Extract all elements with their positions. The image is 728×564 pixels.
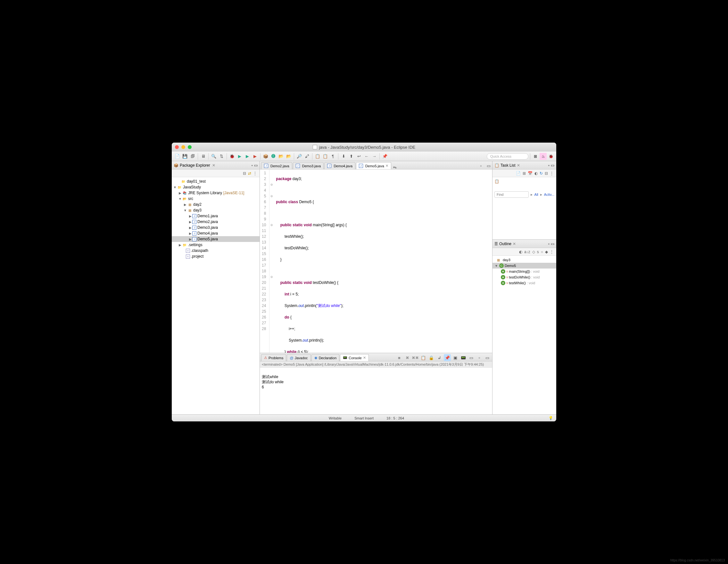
toggle-mark-button[interactable]: 📋 (314, 153, 321, 160)
min-tasklist-icon[interactable]: ▫ (548, 163, 550, 168)
outline-menu-icon[interactable]: ⋮ (550, 250, 554, 254)
maximize-editor-icon[interactable]: ▭ (485, 162, 492, 169)
tree-project-javastudy[interactable]: ▼📁JavaStudy (172, 184, 260, 190)
tab-demo2[interactable]: JDemo2.java (261, 162, 292, 169)
tree-file-demo5[interactable]: ▶JDemo5.java (172, 236, 260, 242)
max-console-icon[interactable]: ▭ (484, 354, 491, 361)
highlight-button[interactable]: 🖍 (303, 153, 310, 160)
tree-settings-folder[interactable]: ▶📁.settings (172, 242, 260, 248)
outline-testdowhile[interactable]: ●StestDoWhile() : void (492, 274, 556, 280)
minimize-window-button[interactable] (181, 145, 185, 149)
console-output[interactable]: 测试while测试do while6 (260, 368, 492, 414)
maximize-view-icon[interactable]: ▭ (254, 163, 258, 168)
max-outline-icon[interactable]: ▭ (551, 242, 554, 246)
maximize-window-button[interactable] (188, 145, 192, 149)
terminate-button[interactable]: ■ (396, 354, 403, 361)
min-outline-icon[interactable]: ▫ (548, 242, 550, 246)
package-explorer-tree[interactable]: 📁day01_test ▼📁JavaStudy ▶📚JRE System Lib… (172, 177, 260, 414)
hide-fields-icon[interactable]: ◇ (532, 250, 535, 254)
scroll-lock-button[interactable]: 🔒 (428, 354, 435, 361)
tree-jre-library[interactable]: ▶📚JRE System Library[JavaSE-11] (172, 190, 260, 196)
focus-outline-icon[interactable]: ◐ (519, 250, 522, 254)
forward-button[interactable]: → (371, 153, 378, 160)
fold-gutter[interactable]: ⊖ ⊖ ⊖ ⊖ (269, 170, 274, 353)
prev-annotation-button[interactable]: ⬆ (348, 153, 355, 160)
tab-console[interactable]: 📟Console✕ (340, 354, 368, 361)
tree-file-demo2[interactable]: ▶JDemo2.java (172, 219, 260, 225)
schedule-icon[interactable]: 📅 (528, 171, 533, 176)
collapse-icon[interactable]: ⊟ (545, 171, 548, 176)
tab-demo3[interactable]: JDemo3.java (293, 162, 324, 169)
close-tasklist-icon[interactable]: ✕ (517, 163, 520, 168)
code-editor[interactable]: 1234567891011121314151617181920212223242… (260, 170, 492, 353)
close-tab-icon[interactable]: ✕ (385, 164, 388, 168)
toggle-button[interactable]: ⇅ (218, 153, 225, 160)
remove-all-button[interactable]: ✖✖ (412, 354, 419, 361)
show-whitespace-button[interactable]: ¶ (329, 153, 336, 160)
outline-main[interactable]: ●Smain(String[]) : void (492, 269, 556, 274)
tip-icon[interactable]: 💡 (549, 416, 553, 420)
link-editor-icon[interactable]: ⇄ (248, 171, 251, 176)
tab-declaration[interactable]: ◉Declaration (311, 354, 340, 361)
tab-demo5[interactable]: JDemo5.java✕ (356, 162, 391, 169)
open-task-button[interactable]: 📂 (285, 153, 292, 160)
last-edit-button[interactable]: ↩ (355, 153, 362, 160)
tab-demo4[interactable]: JDemo4.java (324, 162, 355, 169)
open-type-button[interactable]: 📂 (277, 153, 285, 160)
tree-pkg-day2[interactable]: ▶▦day2 (172, 202, 260, 207)
tab-overflow-button[interactable]: »₁ (393, 165, 396, 169)
code-content[interactable]: package day3; public class Demo5 { publi… (274, 170, 492, 353)
pin-console-button[interactable]: 📌 (444, 354, 451, 361)
menu-icon[interactable]: ⋮ (550, 171, 554, 176)
outline-class[interactable]: ▼CDemo5 (492, 263, 556, 269)
open-console-button[interactable]: 📟 (460, 354, 467, 361)
sync-icon[interactable]: ↻ (540, 171, 543, 176)
tree-project-file[interactable]: X.project (172, 253, 260, 259)
close-outline-icon[interactable]: ✕ (513, 242, 516, 246)
coverage-button[interactable]: ▶ (244, 153, 251, 160)
debug-perspective-button[interactable]: 🐞 (547, 153, 554, 160)
save-button[interactable]: 💾 (181, 153, 188, 160)
task-find-input[interactable] (494, 191, 529, 198)
close-console-icon[interactable]: ✕ (363, 356, 366, 360)
save-all-button[interactable]: 🗐 (189, 153, 196, 160)
focus-icon[interactable]: ◐ (534, 171, 538, 176)
view-menu-icon[interactable]: ⋮ (253, 171, 257, 176)
switch-editor-button[interactable]: 🖥 (200, 153, 207, 160)
toggle-block-button[interactable]: 📋 (322, 153, 329, 160)
outline-tree[interactable]: ▦day3 ▼CDemo5 ●Smain(String[]) : void ●S… (492, 256, 556, 414)
search-button[interactable]: 🔎 (296, 153, 303, 160)
sort-outline-icon[interactable]: a↓z (524, 250, 530, 254)
display-console-button[interactable]: ▣ (452, 354, 459, 361)
categorize-icon[interactable]: ⊞ (523, 171, 526, 176)
tree-pkg-day3[interactable]: ▼▦day3 (172, 207, 260, 213)
outline-package[interactable]: ▦day3 (492, 257, 556, 263)
minimize-editor-icon[interactable]: ▫ (477, 162, 484, 169)
minimize-view-icon[interactable]: ▫ (252, 163, 253, 168)
collapse-all-icon[interactable]: ⊟ (243, 171, 246, 176)
open-perspective-button[interactable]: ⊞ (532, 153, 539, 160)
zoom-button[interactable]: 🔍 (210, 153, 217, 160)
hide-nonpublic-icon[interactable]: ○ (541, 250, 543, 254)
tree-project-day01[interactable]: 📁day01_test (172, 178, 260, 184)
debug-button[interactable]: 🐞 (228, 153, 236, 160)
hide-static-icon[interactable]: s (537, 250, 539, 254)
word-wrap-button[interactable]: ↲ (436, 354, 443, 361)
java-perspective-button[interactable]: ♨ (540, 153, 547, 160)
run-button[interactable]: ▶ (236, 153, 243, 160)
new-button[interactable]: 📄 (174, 153, 181, 160)
pin-button[interactable]: 📌 (381, 153, 388, 160)
close-view-icon[interactable]: ✕ (212, 163, 215, 168)
new-class-button[interactable]: 🅒 (270, 153, 277, 160)
remove-launch-button[interactable]: ✖ (404, 354, 411, 361)
quick-access-input[interactable]: Quick Access (487, 153, 528, 160)
tab-javadoc[interactable]: @Javadoc (287, 354, 310, 361)
hide-local-icon[interactable]: ◆ (545, 250, 548, 254)
ext-tools-button[interactable]: ▶ (252, 153, 259, 160)
back-button[interactable]: ← (363, 153, 370, 160)
task-list-body[interactable]: 📋 ▸ All ▸ Activ... (492, 177, 556, 239)
tree-file-demo4[interactable]: ▶JDemo4.java (172, 230, 260, 236)
max-tasklist-icon[interactable]: ▭ (551, 163, 554, 168)
new-package-button[interactable]: 📦 (262, 153, 269, 160)
outline-testwhile[interactable]: ●StestWhile() : void (492, 280, 556, 286)
